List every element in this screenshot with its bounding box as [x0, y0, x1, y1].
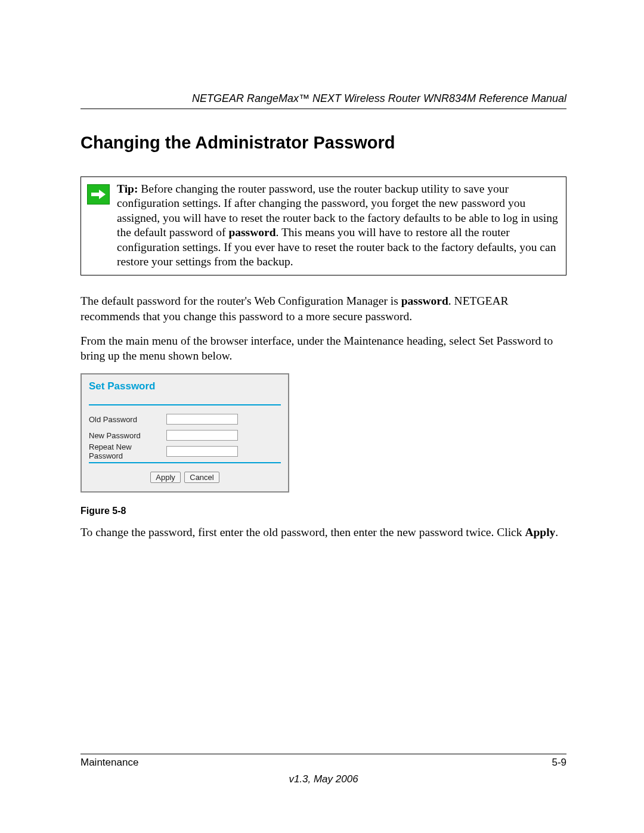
tip-label: Tip: [117, 182, 138, 195]
para1-before: The default password for the router's We… [80, 295, 401, 307]
para3-bold: Apply [525, 526, 555, 538]
tip-text: Tip: Before changing the router password… [117, 182, 560, 269]
new-password-label: New Password [89, 431, 166, 440]
repeat-password-label: Repeat New Password [89, 442, 166, 460]
running-header: NETGEAR RangeMax™ NEXT Wireless Router W… [80, 92, 566, 109]
para3-before: To change the password, first enter the … [80, 526, 525, 538]
para1-bold: password [401, 295, 448, 307]
dialog-title: Set Password [89, 380, 281, 392]
paragraph-2: From the main menu of the browser interf… [80, 333, 566, 364]
old-password-label: Old Password [89, 415, 166, 424]
footer-page-number: 5-9 [552, 757, 566, 769]
apply-button[interactable]: Apply [150, 472, 181, 483]
old-password-input[interactable] [166, 414, 238, 425]
figure-caption: Figure 5-8 [80, 506, 566, 516]
paragraph-3: To change the password, first enter the … [80, 525, 566, 540]
tip-box: Tip: Before changing the router password… [80, 176, 566, 275]
tip-bold: password [228, 226, 275, 239]
paragraph-1: The default password for the router's We… [80, 293, 566, 324]
tip-arrow-icon [87, 184, 110, 205]
footer-section: Maintenance [80, 757, 138, 769]
figure-set-password: Set Password Old Password New Password R… [80, 373, 566, 493]
footer-version: v1.3, May 2006 [80, 773, 566, 785]
repeat-password-input[interactable] [166, 446, 238, 457]
divider [89, 462, 281, 463]
cancel-button[interactable]: Cancel [184, 472, 219, 483]
para3-after: . [555, 526, 558, 538]
new-password-input[interactable] [166, 430, 238, 441]
divider [89, 404, 281, 405]
section-title: Changing the Administrator Password [80, 133, 566, 153]
set-password-dialog: Set Password Old Password New Password R… [80, 373, 289, 493]
page-footer: Maintenance 5-9 v1.3, May 2006 [80, 754, 566, 785]
